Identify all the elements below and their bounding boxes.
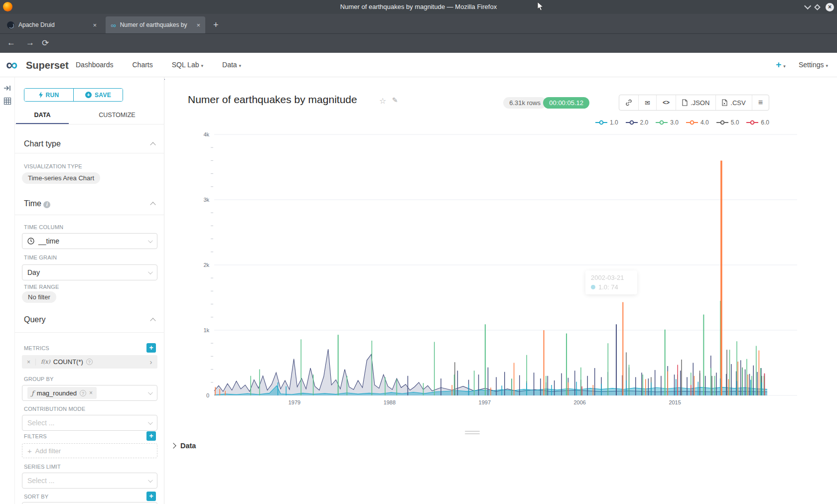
chart-menu-button[interactable]: ≡: [752, 95, 769, 110]
group-by-select[interactable]: ƒ mag_rounded ? ×: [22, 385, 157, 401]
add-filter-dropzone[interactable]: + Add filter: [22, 443, 157, 458]
chevron-up-icon[interactable]: [150, 318, 155, 323]
help-icon: ?: [80, 390, 86, 396]
add-metric-button[interactable]: +: [146, 343, 156, 353]
divider: [15, 215, 164, 215]
chevron-up-icon[interactable]: [150, 142, 155, 147]
tab-data[interactable]: DATA: [15, 107, 70, 124]
nav-item-dashboards[interactable]: Dashboards: [76, 61, 114, 69]
time-grain-value: Day: [27, 268, 40, 276]
tab-apache-druid[interactable]: Apache Druid ×: [2, 16, 102, 33]
export-json-button[interactable]: .JSON: [676, 95, 716, 110]
mouse-cursor: [537, 1, 544, 11]
legend-item-6.0[interactable]: 6.0: [746, 119, 769, 126]
window-close-icon[interactable]: ×: [826, 3, 834, 11]
legend-marker-icon: [686, 120, 698, 125]
forward-button[interactable]: →: [26, 38, 34, 48]
chevron-right-icon[interactable]: ›: [144, 358, 157, 366]
superset-brand[interactable]: Superset: [26, 60, 69, 71]
legend-marker-icon: [716, 120, 728, 125]
select-placeholder: Select ...: [27, 419, 54, 427]
remove-metric-icon[interactable]: ×: [22, 359, 36, 366]
legend-item-5.0[interactable]: 5.0: [716, 119, 739, 126]
sort-by-select[interactable]: [22, 502, 157, 504]
remove-chip-icon[interactable]: ×: [89, 389, 93, 396]
legend-item-1.0[interactable]: 1.0: [595, 119, 618, 126]
druid-favicon: [7, 21, 14, 29]
svg-text:0: 0: [206, 392, 209, 398]
tab-customize[interactable]: CUSTOMIZE: [70, 107, 164, 124]
window-maximize-icon[interactable]: [814, 4, 821, 10]
legend-item-2.0[interactable]: 2.0: [626, 119, 649, 126]
reload-button[interactable]: ⟳: [42, 38, 49, 48]
time-range-value[interactable]: No filter: [22, 291, 56, 303]
tooltip-date: 2002-03-21: [591, 274, 632, 281]
plus-icon: +: [27, 447, 32, 455]
time-column-value: __time: [38, 237, 59, 245]
contribution-mode-label: CONTRIBUTION MODE: [24, 406, 85, 412]
function-icon: ƒ: [31, 389, 34, 397]
group-by-chip[interactable]: ƒ mag_rounded ? ×: [27, 387, 97, 399]
browser-toolbar: ← → ⟳ 172.18.0.3:32108/superset/explore/…: [0, 34, 837, 53]
edit-title-icon[interactable]: ✎: [392, 96, 398, 104]
email-button[interactable]: ✉: [639, 95, 657, 110]
add-sort-by-button[interactable]: +: [146, 492, 156, 501]
panel-resize-handle[interactable]: [465, 431, 480, 436]
time-column-select[interactable]: __time: [22, 233, 157, 249]
expand-dataset-panel-icon[interactable]: [3, 84, 11, 92]
tab-title: Apache Druid: [18, 21, 89, 28]
dataset-grid-icon[interactable]: [3, 97, 11, 105]
favorite-star-icon[interactable]: ☆: [379, 96, 386, 106]
back-button[interactable]: ←: [7, 38, 15, 48]
run-button[interactable]: RUN: [24, 89, 74, 101]
contribution-mode-select[interactable]: Select ...: [22, 415, 157, 431]
chevron-down-icon: [148, 269, 153, 274]
divider: [15, 153, 164, 153]
svg-text:1k: 1k: [203, 327, 209, 333]
save-button[interactable]: + SAVE: [74, 89, 123, 101]
add-filter-plus-button[interactable]: +: [146, 431, 156, 441]
data-results-collapse[interactable]: Data: [171, 442, 196, 450]
tab-superset-chart[interactable]: ∞ Numer of earthquakes by ×: [106, 16, 205, 33]
chevron-down-icon: [148, 390, 153, 395]
run-save-group: RUN + SAVE: [24, 88, 123, 102]
chart-legend[interactable]: 1.02.03.04.05.06.0: [595, 119, 769, 126]
chevron-up-icon[interactable]: [150, 202, 155, 207]
section-chart-type: Chart type: [24, 139, 61, 148]
time-grain-label: TIME GRAIN: [24, 254, 57, 260]
metric-item[interactable]: × f(x) COUNT(*) ? ›: [22, 355, 157, 369]
nav-item-data[interactable]: Data▾: [222, 61, 241, 69]
tooltip-value: 1.0: 74: [598, 283, 618, 291]
svg-text:2006: 2006: [573, 399, 585, 405]
legend-marker-icon: [626, 120, 638, 125]
chart-title: Numer of earthquakes by magnitude: [188, 94, 357, 106]
file-icon: [682, 99, 688, 106]
export-csv-button[interactable]: .CSV: [716, 95, 752, 110]
chart-main-area: Numer of earthquakes by magnitude ☆ ✎ 6.…: [165, 77, 837, 504]
svg-text:1979: 1979: [288, 399, 300, 405]
nav-item-charts[interactable]: Charts: [133, 61, 153, 69]
new-chart-plus-button[interactable]: +▾: [776, 59, 786, 70]
caret-down-icon: ▾: [201, 63, 203, 68]
window-title: Numer of earthquakes by magnitude — Mozi…: [0, 0, 837, 14]
help-icon: ?: [86, 359, 93, 365]
embed-code-button[interactable]: <>: [657, 95, 676, 110]
nav-item-sql-lab[interactable]: SQL Lab▾: [172, 61, 203, 69]
superset-logo[interactable]: ∞: [6, 57, 18, 72]
series-limit-select[interactable]: Select ...: [22, 473, 157, 489]
timeseries-area-chart[interactable]: 01k2k3k4k19791988199720062015: [172, 127, 820, 413]
link-icon: [625, 99, 632, 106]
copy-link-button[interactable]: [619, 95, 639, 110]
legend-item-3.0[interactable]: 3.0: [656, 119, 679, 126]
add-filter-label: Add filter: [35, 447, 61, 455]
time-grain-select[interactable]: Day: [22, 264, 157, 280]
settings-menu[interactable]: Settings▾: [799, 61, 828, 69]
viz-type-value[interactable]: Time-series Area Chart: [22, 172, 100, 184]
legend-item-4.0[interactable]: 4.0: [686, 119, 709, 126]
tab-close-icon[interactable]: ×: [93, 21, 97, 29]
window-minimize-icon[interactable]: [804, 2, 811, 9]
tab-close-icon[interactable]: ×: [196, 21, 200, 29]
lightning-icon: [39, 92, 43, 98]
new-tab-button[interactable]: +: [213, 19, 219, 31]
caret-down-icon: ▾: [783, 64, 786, 69]
